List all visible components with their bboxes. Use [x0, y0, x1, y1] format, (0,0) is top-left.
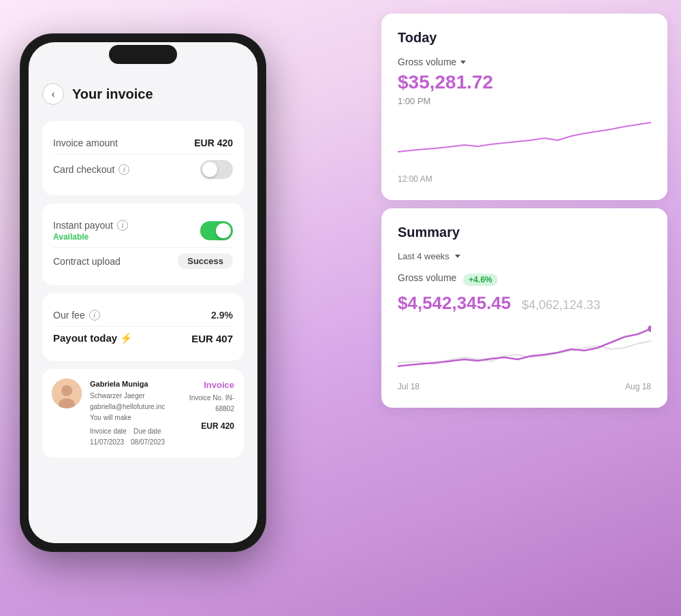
phone-header: ‹ Your invoice: [42, 83, 244, 105]
card-checkout-info-icon[interactable]: i: [118, 164, 129, 175]
summary-gross-label: Gross volume: [398, 272, 456, 283]
card-checkout-toggle[interactable]: [200, 160, 233, 179]
svg-point-2: [61, 385, 72, 396]
avatar: [52, 378, 82, 408]
invoice-amount-row: Invoice amount EUR 420: [53, 132, 233, 155]
payout-today-label: Payout today ⚡: [53, 332, 133, 344]
invoice-section-1: Invoice amount EUR 420 Card checkout i: [42, 121, 244, 195]
instant-payout-toggle[interactable]: [200, 221, 233, 240]
card-checkout-label: Card checkout i: [53, 164, 129, 175]
payout-today-row: Payout today ⚡ EUR 407: [53, 327, 233, 350]
svg-point-0: [648, 325, 651, 332]
back-icon: ‹: [52, 88, 55, 99]
summary-period: Last 4 weeks: [398, 251, 449, 261]
summary-card: Summary Last 4 weeks Gross volume +4.6% …: [381, 208, 667, 408]
phone-title: Your invoice: [72, 86, 153, 102]
phone-notch: [109, 45, 177, 64]
fee-info-icon[interactable]: i: [89, 310, 100, 321]
fee-row: Our fee i 2.9%: [53, 304, 233, 327]
invoice-preview-amount: EUR 420: [173, 420, 234, 433]
today-chart: [398, 114, 651, 169]
toggle-thumb: [202, 162, 217, 177]
right-panel: Today Gross volume $35,281.72 1:00 PM 12…: [381, 0, 681, 616]
contract-upload-status: Success: [178, 253, 233, 269]
chart-start-time: 12:00 AM: [398, 174, 432, 184]
toggle-thumb-on: [216, 223, 231, 238]
summary-chart-labels: Jul 18 Aug 18: [398, 382, 651, 391]
summary-title: Summary: [398, 225, 460, 240]
fee-label: Our fee i: [53, 310, 100, 321]
today-chart-labels: 12:00 AM: [398, 174, 651, 184]
summary-header: Summary: [398, 225, 651, 240]
gross-volume-label: Gross volume: [398, 56, 651, 67]
payout-today-value: EUR 407: [191, 333, 233, 344]
phone-screen: ‹ Your invoice Invoice amount EUR 420 Ca…: [29, 42, 257, 543]
summary-secondary-value: $4,062,124.33: [522, 298, 600, 312]
invoice-preview-card: Gabriela Muniga Schwarzer Jaeger gabriel…: [42, 369, 244, 457]
invoice-amount-value: EUR 420: [194, 137, 233, 148]
contract-upload-row: Contract upload Success: [53, 248, 233, 274]
instant-payout-label: Instant payout i Available: [53, 220, 128, 242]
phone-container: ‹ Your invoice Invoice amount EUR 420 Ca…: [20, 34, 266, 551]
summary-main-value: $4,542,345.45: [398, 293, 511, 314]
today-card: Today Gross volume $35,281.72 1:00 PM 12…: [381, 14, 667, 200]
contract-upload-label: Contract upload: [53, 256, 121, 267]
chevron-down-icon[interactable]: [460, 61, 466, 64]
summary-chart: [398, 322, 651, 376]
summary-badge: +4.6%: [463, 274, 497, 286]
summary-period-chevron[interactable]: [455, 255, 460, 258]
invoice-label: Invoice: [173, 378, 234, 393]
card-checkout-row: Card checkout i: [53, 155, 233, 184]
available-text: Available: [53, 232, 128, 242]
summary-values: $4,542,345.45 $4,062,124.33: [398, 293, 651, 314]
today-title: Today: [398, 30, 651, 46]
invoice-section-2: Instant payout i Available Contract uplo…: [42, 204, 244, 285]
today-time: 1:00 PM: [398, 96, 651, 106]
instant-payout-info-icon[interactable]: i: [117, 220, 128, 231]
summary-date-end: Aug 18: [625, 382, 651, 391]
invoice-right-details: Invoice Invoice No. IN-68802 EUR 420: [173, 378, 234, 433]
person-name: Gabriela Muniga: [90, 378, 165, 391]
phone-frame: ‹ Your invoice Invoice amount EUR 420 Ca…: [20, 34, 266, 551]
today-metric-value: $35,281.72: [398, 71, 651, 93]
invoice-details: Gabriela Muniga Schwarzer Jaeger gabriel…: [90, 378, 165, 448]
summary-date-start: Jul 18: [398, 382, 419, 391]
fee-value: 2.9%: [211, 310, 233, 321]
invoice-section-3: Our fee i 2.9% Payout today ⚡ EUR 407: [42, 293, 244, 361]
phone-content: ‹ Your invoice Invoice amount EUR 420 Ca…: [29, 42, 257, 543]
invoice-amount-label: Invoice amount: [53, 137, 118, 148]
back-button[interactable]: ‹: [42, 83, 64, 105]
instant-payout-row: Instant payout i Available: [53, 214, 233, 248]
